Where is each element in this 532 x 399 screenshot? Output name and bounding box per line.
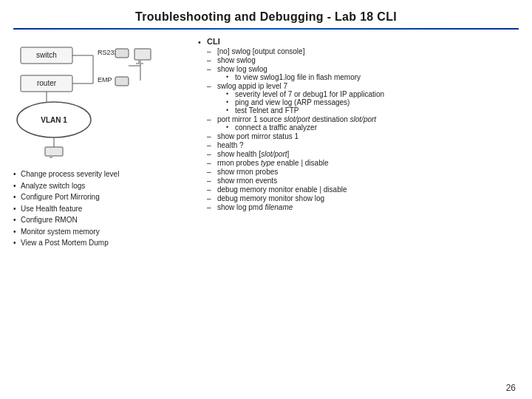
section-bullet: • [198,37,207,47]
cli-dash-item: – show swlog [207,56,519,64]
left-bullet-list: Change process severity levelAnalyze swi… [13,168,119,249]
cli-command-text: [no] swlog [output console] [217,47,304,55]
cli-command-text: show log swlog [217,65,267,73]
svg-text:switch: switch [36,51,57,59]
cli-command-text: show rmon probes [217,168,278,176]
dash-symbol: – [207,56,217,64]
cli-block: CLI – [no] swlog [output console]– show … [207,37,519,212]
left-items-list: Change process severity levelAnalyze swi… [13,168,119,249]
left-list-item: Configure Port Mirroring [13,191,119,203]
svg-text:router: router [37,79,57,87]
cli-command-text: swlog appid ip level 7 [217,82,287,90]
cli-dash-item: – health ? [207,141,519,149]
cli-sub-bullet: • to view swlog1.log file in flash memor… [207,73,519,81]
svg-rect-21 [50,156,52,158]
dash-symbol: – [207,203,217,211]
left-column: switch router RS232 EMP [13,37,191,249]
cli-dash-item: – debug memory monitor enable | disable [207,185,519,194]
svg-text:RS232: RS232 [98,49,118,56]
left-list-item: View a Post Mortem Dump [13,237,119,249]
sub-bullet-text: ping and view log (ARP messages) [235,98,349,106]
left-list-item: Change process severity level [13,168,119,180]
cli-command-text: rmon probes type enable | disable [217,159,328,167]
right-column: • CLI – [no] swlog [output console]– sho… [191,37,519,249]
cli-sub-bullet: • ping and view log (ARP messages) [207,98,519,106]
cli-command-text: health ? [217,141,244,149]
dash-symbol: – [207,82,217,90]
sub-bullet-text: severity level of 7 or debug1 for IP app… [235,90,384,98]
page-number: 26 [506,383,516,393]
sub-bullet-dot: • [226,73,235,81]
cli-command-text: show swlog [217,56,256,64]
svg-rect-10 [115,77,129,86]
main-content: switch router RS232 EMP [0,30,532,249]
network-diagram: switch router RS232 EMP [13,40,168,158]
cli-sub-bullet: • severity level of 7 or debug1 for IP a… [207,90,519,98]
sub-bullet-dot: • [226,123,235,131]
dash-symbol: – [207,177,217,185]
dash-symbol: – [207,159,217,167]
cli-sub-bullet: • test Telnet and FTP [207,106,519,115]
dash-symbol: – [207,47,217,55]
dash-symbol: – [207,194,217,202]
cli-dash-item: – swlog appid ip level 7• severity level… [207,82,519,115]
dash-symbol: – [207,132,217,140]
cli-command-text: show rmon events [217,177,277,185]
svg-text:VLAN 1: VLAN 1 [41,116,67,124]
cli-dash-item: – rmon probes type enable | disable [207,159,519,167]
cli-title: CLI [207,37,519,46]
svg-rect-13 [134,49,151,60]
svg-rect-8 [115,49,129,58]
dash-symbol: – [207,150,217,158]
cli-section: • CLI – [no] swlog [output console]– sho… [198,37,519,212]
cli-command-text: show health [slot/port] [217,150,289,158]
dash-symbol: – [207,168,217,176]
dash-symbol: – [207,65,217,73]
sub-bullet-text: to view swlog1.log file in flash memory [235,73,361,81]
cli-sub-bullet: • connect a traffic analyzer [207,123,519,132]
left-list-item: Monitor system memory [13,226,119,238]
sub-bullet-text: test Telnet and FTP [235,106,299,115]
cli-dash-item: – show health [slot/port] [207,150,519,158]
cli-dash-item: – show port mirror status 1 [207,132,519,140]
cli-command-text: debug memory monitor enable | disable [217,185,347,194]
svg-rect-20 [45,147,63,156]
cli-command-text: port mirror 1 source slot/port destinati… [217,115,376,123]
cli-dash-item: – [no] swlog [output console] [207,47,519,55]
dash-symbol: – [207,141,217,149]
diagram-svg: switch router RS232 EMP [13,40,168,158]
cli-items: – [no] swlog [output console]– show swlo… [207,47,519,211]
svg-rect-15 [136,63,143,64]
cli-dash-item: – show rmon probes [207,168,519,176]
cli-dash-item: – show log pmd filename [207,203,519,211]
cli-command-text: show port mirror status 1 [217,132,299,140]
page: Troubleshooting and Debugging - Lab 18 C… [0,0,532,399]
sub-bullet-dot: • [226,106,235,114]
left-list-item: Use Health feature [13,203,119,215]
cli-dash-item: – debug memory monitor show log [207,194,519,202]
svg-rect-14 [138,60,141,63]
sub-bullet-dot: • [226,90,235,98]
left-list-item: Analyze switch logs [13,180,119,192]
dash-symbol: – [207,115,217,123]
cli-dash-item: – show rmon events [207,177,519,185]
left-list-item: Configure RMON [13,214,119,226]
svg-text:EMP: EMP [98,76,112,83]
cli-dash-item: – show log swlog• to view swlog1.log fil… [207,65,519,81]
cli-command-text: debug memory monitor show log [217,194,324,202]
sub-bullet-text: connect a traffic analyzer [235,123,317,132]
cli-command-text: show log pmd filename [217,203,293,211]
sub-bullet-dot: • [226,98,235,106]
page-title: Troubleshooting and Debugging - Lab 18 C… [0,0,532,28]
dash-symbol: – [207,185,217,194]
cli-dash-item: – port mirror 1 source slot/port destina… [207,115,519,132]
